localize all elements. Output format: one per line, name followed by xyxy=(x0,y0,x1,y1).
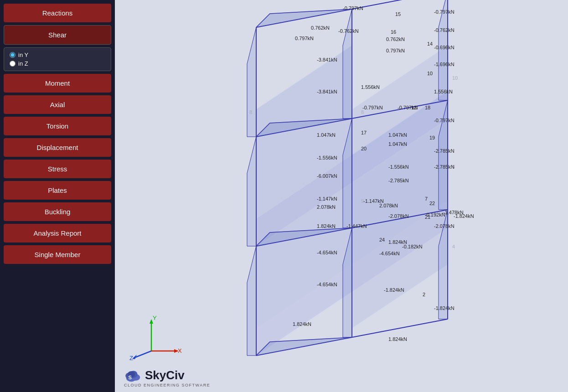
svg-text:0.797kN: 0.797kN xyxy=(386,48,405,53)
svg-text:12: 12 xyxy=(411,105,417,110)
svg-text:10: 10 xyxy=(452,75,458,81)
svg-text:-0.797kN: -0.797kN xyxy=(434,118,454,123)
svg-text:-2.078kN: -2.078kN xyxy=(388,213,409,219)
plates-button[interactable]: Plates xyxy=(4,181,111,200)
torsion-button[interactable]: Torsion xyxy=(4,117,111,135)
svg-text:-0.182kN: -0.182kN xyxy=(402,244,423,249)
svg-text:-2.785kN: -2.785kN xyxy=(434,148,454,154)
svg-text:1.824kN: 1.824kN xyxy=(293,321,311,327)
logo-cloud-icon: S xyxy=(124,368,142,382)
svg-text:X: X xyxy=(178,347,182,354)
svg-text:-0.762kN: -0.762kN xyxy=(434,27,454,33)
axial-button[interactable]: Axial xyxy=(4,95,111,114)
svg-text:-3.841kN: -3.841kN xyxy=(317,57,337,62)
svg-line-103 xyxy=(134,351,151,358)
svg-text:2: 2 xyxy=(423,292,425,297)
svg-text:-1.824kN: -1.824kN xyxy=(434,305,454,311)
svg-text:15: 15 xyxy=(395,11,401,17)
svg-text:-0.797kN: -0.797kN xyxy=(343,5,363,11)
shear-direction-group: in Y in Z xyxy=(4,47,111,71)
svg-text:-1.696kN: -1.696kN xyxy=(434,62,454,67)
svg-text:-2.078kN: -2.078kN xyxy=(434,223,454,229)
axes-indicator: Y X Z xyxy=(129,315,183,360)
svg-text:21: 21 xyxy=(425,214,430,220)
main-view: -0.797kN 15 -0.797kN 0.762kN -0.762kN 16… xyxy=(115,0,568,392)
svg-text:4: 4 xyxy=(452,244,455,249)
logo-text: SkyCiv xyxy=(145,368,185,382)
svg-text:1.824kN: 1.824kN xyxy=(317,223,336,229)
svg-text:22: 22 xyxy=(429,201,435,206)
svg-text:1.556kN: 1.556kN xyxy=(434,89,453,94)
svg-text:1.047kN: 1.047kN xyxy=(388,141,407,147)
svg-text:17: 17 xyxy=(361,130,367,135)
svg-text:S: S xyxy=(129,375,132,380)
svg-text:-2.785kN: -2.785kN xyxy=(434,164,454,170)
svg-text:-4.654kN: -4.654kN xyxy=(379,251,400,256)
svg-text:2.078kN: 2.078kN xyxy=(317,204,336,210)
svg-text:-0.797kN: -0.797kN xyxy=(362,105,383,110)
svg-text:-1.447kN: -1.447kN xyxy=(346,223,367,229)
svg-text:-1.824kN: -1.824kN xyxy=(454,213,474,219)
svg-text:9: 9 xyxy=(361,198,364,204)
svg-text:-0.696kN: -0.696kN xyxy=(434,45,454,50)
svg-text:16: 16 xyxy=(391,29,396,35)
svg-text:-0.797kN: -0.797kN xyxy=(434,9,454,15)
sidebar: Reactions Shear in Y in Z Moment Axial T… xyxy=(0,0,115,392)
svg-text:-4.654kN: -4.654kN xyxy=(317,250,337,255)
svg-text:2.078kN: 2.078kN xyxy=(379,203,398,208)
svg-text:-1.556kN: -1.556kN xyxy=(317,155,337,160)
single-member-button[interactable]: Single Member xyxy=(4,245,111,264)
svg-text:Y: Y xyxy=(153,315,157,321)
radio-in-z[interactable]: in Z xyxy=(10,60,105,67)
svg-text:7: 7 xyxy=(425,196,428,201)
svg-text:0.762kN: 0.762kN xyxy=(386,36,405,42)
svg-text:0.762kN: 0.762kN xyxy=(311,25,330,31)
svg-text:-1.824kN: -1.824kN xyxy=(384,287,404,293)
svg-text:8: 8 xyxy=(361,109,364,115)
logo-subtext: CLOUD ENGINEERING SOFTWARE xyxy=(124,383,210,387)
svg-text:8: 8 xyxy=(249,109,252,115)
analysis-report-button[interactable]: Analysis Report xyxy=(4,224,111,242)
svg-text:0.797kN: 0.797kN xyxy=(295,36,314,41)
svg-text:1.047kN: 1.047kN xyxy=(317,132,336,138)
svg-text:-1.147kN: -1.147kN xyxy=(317,196,337,201)
radio-in-y[interactable]: in Y xyxy=(10,52,105,58)
svg-text:18: 18 xyxy=(425,105,430,110)
svg-text:-0.762kN: -0.762kN xyxy=(338,28,359,34)
svg-text:19: 19 xyxy=(429,135,435,140)
svg-text:-4.654kN: -4.654kN xyxy=(317,282,337,287)
shear-button[interactable]: Shear xyxy=(4,25,111,45)
canvas-area[interactable]: -0.797kN 15 -0.797kN 0.762kN -0.762kN 16… xyxy=(115,0,568,392)
displacement-button[interactable]: Displacement xyxy=(4,138,111,157)
svg-text:14: 14 xyxy=(427,41,433,46)
svg-text:Z: Z xyxy=(129,355,133,360)
svg-text:1.824kN: 1.824kN xyxy=(388,336,407,342)
svg-text:-1.556kN: -1.556kN xyxy=(388,164,409,170)
skyciv-logo: S SkyCiv CLOUD ENGINEERING SOFTWARE xyxy=(124,368,210,387)
svg-text:1.556kN: 1.556kN xyxy=(361,84,380,90)
svg-text:-6.007kN: -6.007kN xyxy=(317,173,337,179)
svg-text:1.047kN: 1.047kN xyxy=(388,132,407,138)
svg-text:24: 24 xyxy=(379,237,385,242)
svg-text:-3.841kN: -3.841kN xyxy=(317,89,337,94)
stress-button[interactable]: Stress xyxy=(4,160,111,178)
svg-text:10: 10 xyxy=(427,71,433,76)
svg-text:20: 20 xyxy=(361,146,367,151)
moment-button[interactable]: Moment xyxy=(4,74,111,93)
buckling-button[interactable]: Buckling xyxy=(4,202,111,221)
svg-text:-2.785kN: -2.785kN xyxy=(388,178,409,183)
reactions-button[interactable]: Reactions xyxy=(4,4,111,22)
